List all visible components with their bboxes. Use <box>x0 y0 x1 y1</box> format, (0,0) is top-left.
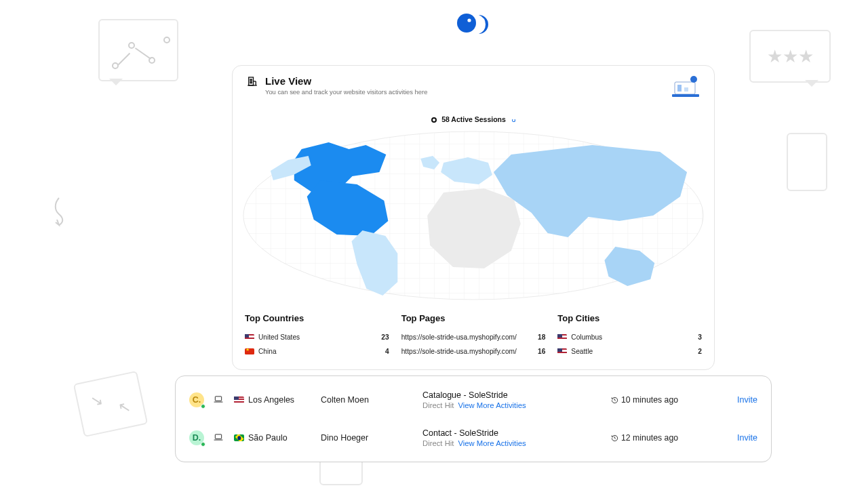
svg-rect-3 <box>249 77 254 85</box>
visitor-page: Contact - SoleStride Direct HitView More… <box>422 428 611 447</box>
visitor-row[interactable]: D. São Paulo Dino Hoeger Contact - SoleS… <box>182 420 764 456</box>
top-pages-section: Top Pages https://sole-stride-usa.myshop… <box>401 313 546 359</box>
svg-rect-8 <box>250 82 252 83</box>
loading-icon <box>512 119 515 122</box>
svg-point-1 <box>467 18 471 22</box>
top-cities-section: Top Cities Columbus 3 Seattle 2 <box>557 313 702 359</box>
live-view-card: Live View You can see and track your web… <box>232 65 715 370</box>
stat-row: https://sole-stride-usa.myshopify.com/p…… <box>401 330 546 344</box>
flag-icon <box>557 334 567 341</box>
decorative-doodle <box>49 197 69 226</box>
avatar: C. <box>189 392 204 407</box>
top-countries-section: Top Countries United States 23 China 4 <box>245 313 389 359</box>
visitor-city: São Paulo <box>234 433 321 443</box>
visitor-name: Colten Moen <box>321 395 422 405</box>
stat-row: https://sole-stride-usa.myshopify.com/ 1… <box>401 344 546 359</box>
section-title: Top Countries <box>245 313 389 323</box>
stat-row: China 4 <box>245 344 389 359</box>
visitor-page: Catalogue - SoleStride Direct HitView Mo… <box>422 390 611 409</box>
svg-rect-13 <box>684 87 688 92</box>
card-title: Live View <box>265 75 427 87</box>
section-title: Top Cities <box>557 313 702 323</box>
visitor-name: Dino Hoeger <box>321 433 422 443</box>
view-more-link[interactable]: View More Activities <box>458 401 526 409</box>
flag-icon <box>234 434 244 441</box>
flag-icon <box>245 334 254 341</box>
world-map[interactable] <box>241 129 706 302</box>
stat-row: Columbus 3 <box>557 330 702 344</box>
decorative-doodle <box>787 133 827 191</box>
decorative-doodle <box>319 458 363 485</box>
laptop-icon <box>214 395 224 405</box>
brand-logo <box>456 12 495 34</box>
active-sessions-label: 58 Active Sessions <box>233 108 714 126</box>
online-indicator-icon <box>201 404 205 409</box>
section-title: Top Pages <box>401 313 546 323</box>
flag-icon <box>245 348 254 355</box>
visitor-time: 10 minutes ago <box>611 395 719 405</box>
svg-rect-10 <box>672 94 699 97</box>
svg-rect-17 <box>215 434 221 438</box>
globe-icon <box>431 117 437 123</box>
visitors-panel: C. Los Angeles Colten Moen Catalogue - S… <box>175 375 772 462</box>
laptop-icon <box>214 433 224 443</box>
online-indicator-icon <box>201 442 205 447</box>
avatar: D. <box>189 430 204 445</box>
history-icon <box>611 434 618 442</box>
decorative-doodle: ★★★ <box>749 30 831 83</box>
flag-icon <box>234 396 244 403</box>
svg-rect-7 <box>250 79 252 81</box>
svg-point-11 <box>690 76 697 83</box>
stat-row: United States 23 <box>245 330 389 344</box>
decorative-doodle <box>98 19 178 81</box>
invite-button[interactable]: Invite <box>719 395 757 405</box>
history-icon <box>611 396 618 404</box>
svg-point-0 <box>457 14 476 33</box>
invite-button[interactable]: Invite <box>719 433 757 443</box>
stat-row: Seattle 2 <box>557 344 702 359</box>
decorative-doodle <box>73 371 149 437</box>
visitor-city: Los Angeles <box>234 395 321 405</box>
svg-point-2 <box>481 20 485 24</box>
flag-icon <box>557 348 567 355</box>
card-illustration <box>671 75 701 106</box>
visitor-time: 12 minutes ago <box>611 433 719 443</box>
visitor-row[interactable]: C. Los Angeles Colten Moen Catalogue - S… <box>182 382 764 418</box>
svg-rect-12 <box>677 85 682 92</box>
svg-rect-15 <box>215 396 221 400</box>
view-more-link[interactable]: View More Activities <box>458 439 526 447</box>
card-subtitle: You can see and track your website visit… <box>265 88 427 96</box>
building-icon <box>246 75 258 90</box>
